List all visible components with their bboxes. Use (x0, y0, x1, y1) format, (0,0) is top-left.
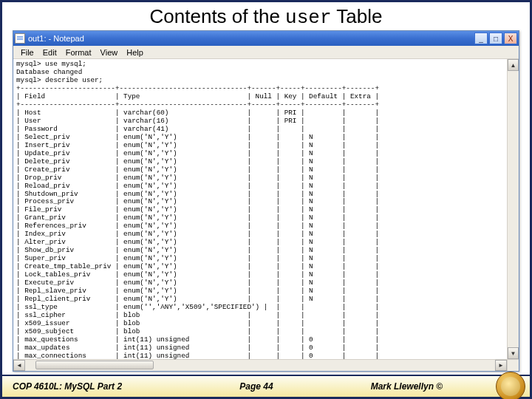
text-area-wrap: mysql> use mysql; Database changed mysql… (13, 59, 519, 371)
notepad-window: out1: - Notepad _ □ X File Edit Format V… (13, 30, 519, 372)
horizontal-scrollbar[interactable]: ◄ ► (13, 359, 507, 371)
scroll-up-button[interactable]: ▲ (508, 59, 519, 71)
minimize-button[interactable]: _ (474, 33, 488, 44)
scroll-down-button[interactable]: ▼ (508, 347, 519, 359)
menu-view[interactable]: View (96, 48, 123, 57)
maximize-button[interactable]: □ (489, 33, 502, 44)
maximize-icon: □ (494, 35, 498, 43)
menu-format[interactable]: Format (61, 48, 96, 57)
title-prefix: Contents of the (150, 5, 286, 27)
scroll-left-button[interactable]: ◄ (13, 360, 25, 371)
close-icon: X (508, 35, 514, 43)
text-area[interactable]: mysql> use mysql; Database changed mysql… (13, 59, 507, 359)
window-title: out1: - Notepad (28, 34, 473, 43)
menu-help[interactable]: Help (122, 48, 148, 57)
menu-file[interactable]: File (16, 48, 38, 57)
hscroll-thumb[interactable] (35, 361, 154, 369)
vscroll-track[interactable] (508, 71, 519, 347)
minimize-icon: _ (479, 35, 483, 43)
hscroll-track[interactable] (25, 360, 495, 371)
close-button[interactable]: X (504, 33, 517, 44)
slide-footer: COP 4610L: MySQL Part 2 Page 44 Mark Lle… (2, 375, 530, 397)
ucf-logo (496, 372, 525, 399)
size-grip[interactable] (507, 359, 519, 371)
menu-edit[interactable]: Edit (38, 48, 61, 57)
notepad-container: out1: - Notepad _ □ X File Edit Format V… (2, 30, 530, 375)
footer-course: COP 4610L: MySQL Part 2 (2, 381, 171, 392)
slide-title: Contents of the user Table (2, 2, 530, 30)
footer-page: Page 44 (171, 381, 341, 392)
title-suffix: Table (332, 5, 383, 27)
titlebar[interactable]: out1: - Notepad _ □ X (13, 31, 519, 46)
vertical-scrollbar[interactable]: ▲ ▼ (507, 59, 519, 359)
scroll-right-button[interactable]: ► (495, 360, 507, 371)
title-mono: user (285, 7, 331, 29)
notepad-icon (15, 33, 25, 44)
slide: Contents of the user Table out1: - Notep… (0, 0, 532, 399)
menubar: File Edit Format View Help (13, 46, 519, 59)
